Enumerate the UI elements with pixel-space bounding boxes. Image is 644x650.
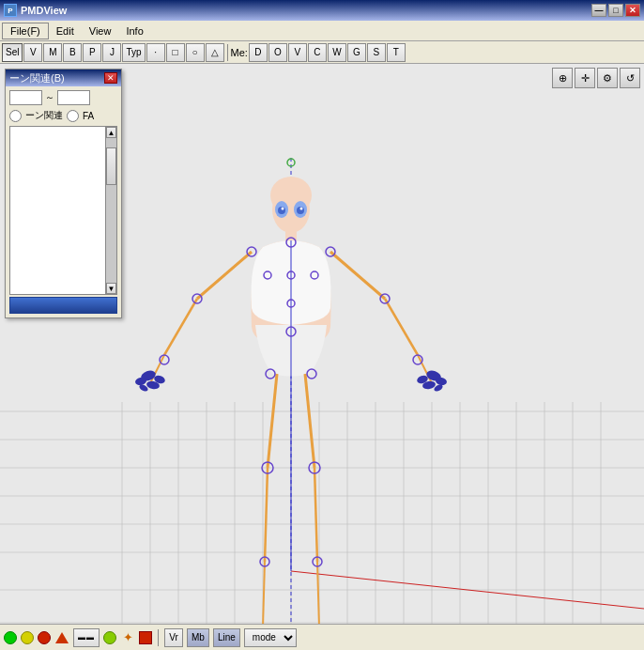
vr-button[interactable]: Vr (164, 628, 183, 647)
minimize-button[interactable]: — (591, 4, 606, 17)
scrollbar: ▲ ▼ (105, 127, 116, 294)
range-to-input[interactable] (57, 90, 90, 105)
title-bar: P PMDView — □ ✕ (0, 0, 644, 21)
svg-point-80 (282, 208, 284, 210)
listbox[interactable]: ▲ ▼ (9, 126, 117, 295)
radio-fa[interactable] (67, 110, 79, 122)
app-icon: P (4, 4, 17, 17)
menu-view[interactable]: View (82, 23, 119, 39)
float-panel-titlebar: ーン関連(B) ✕ (6, 70, 121, 86)
mode-dropdown[interactable]: mode (244, 628, 297, 647)
main-area: ⊕ ✛ ⚙ ↺ ーン関連(B) ✕ ～ ーン関連 FA (0, 64, 644, 624)
radio-group: ーン関連 FA (9, 109, 117, 122)
tool-o[interactable]: O (268, 43, 287, 62)
float-panel-bottom-bar[interactable] (9, 297, 117, 314)
svg-marker-82 (55, 632, 69, 643)
range-row: ～ (9, 90, 117, 105)
tool-typ[interactable]: Typ (122, 43, 145, 62)
status-triangle-orange[interactable] (54, 630, 69, 645)
me-label: Me: (231, 47, 248, 58)
status-separator-1 (158, 629, 159, 646)
line-button[interactable]: Line (213, 628, 240, 647)
vp-tool-1[interactable]: ⊕ (552, 68, 573, 88)
toolbar-separator (227, 44, 228, 61)
viewport-tools: ⊕ ✛ ⚙ ↺ (552, 68, 640, 88)
status-star-icon[interactable]: ✦ (120, 630, 135, 645)
status-bars-btn[interactable]: ▬▬ (73, 628, 100, 647)
tool-t[interactable]: T (387, 43, 406, 62)
listbox-inner (10, 127, 105, 294)
tool-sel[interactable]: Sel (2, 43, 23, 62)
toolbar: Sel V M B P J Typ · □ ○ △ Me: D O V C W … (0, 41, 644, 64)
status-circle-green[interactable] (4, 631, 17, 644)
range-from-input[interactable] (9, 90, 42, 105)
status-circle-green2[interactable] (103, 631, 116, 644)
tool-b[interactable]: B (63, 43, 82, 62)
range-separator: ～ (45, 91, 54, 104)
radio-fa-label: FA (83, 111, 94, 121)
vp-tool-4[interactable]: ↺ (620, 68, 640, 88)
tool-tri[interactable]: △ (206, 43, 224, 62)
vp-tool-3[interactable]: ⚙ (597, 68, 618, 88)
vp-tool-2[interactable]: ✛ (575, 68, 595, 88)
float-panel-body: ～ ーン関連 FA ▲ ▼ (6, 86, 121, 317)
status-circle-yellow[interactable] (21, 631, 34, 644)
maximize-button[interactable]: □ (608, 4, 623, 17)
menu-edit[interactable]: Edit (49, 23, 82, 39)
menu-info[interactable]: Info (118, 23, 150, 39)
scroll-thumb[interactable] (106, 147, 116, 185)
radio-bone-related[interactable] (9, 110, 22, 122)
tool-c[interactable]: C (308, 43, 327, 62)
svg-point-81 (300, 208, 303, 210)
status-circle-red[interactable] (38, 631, 51, 644)
tool-sq[interactable]: □ (166, 43, 185, 62)
menu-bar: File(F) Edit View Info (0, 21, 644, 41)
scroll-down-button[interactable]: ▼ (106, 283, 116, 294)
tool-d[interactable]: D (249, 43, 268, 62)
status-square-red[interactable] (139, 631, 152, 644)
status-bar: ▬▬ ✦ Vr Mb Line mode (0, 624, 644, 650)
float-panel-title-text: ーン関連(B) (9, 71, 65, 85)
app-title: PMDView (21, 5, 67, 16)
tool-dot[interactable]: · (146, 43, 165, 62)
float-panel: ーン関連(B) ✕ ～ ーン関連 FA ▲ (5, 69, 122, 318)
close-button[interactable]: ✕ (625, 4, 640, 17)
tool-j[interactable]: J (102, 43, 121, 62)
mb-button[interactable]: Mb (187, 628, 209, 647)
radio-bone-label: ーン関連 (25, 109, 63, 122)
tool-v2[interactable]: V (288, 43, 307, 62)
float-panel-close-button[interactable]: ✕ (104, 72, 117, 84)
tool-w[interactable]: W (328, 43, 346, 62)
scroll-track[interactable] (106, 138, 116, 283)
tool-circ[interactable]: ○ (186, 43, 205, 62)
tool-v[interactable]: V (23, 43, 42, 62)
tool-g[interactable]: G (347, 43, 366, 62)
scroll-up-button[interactable]: ▲ (106, 127, 116, 138)
tool-m[interactable]: M (43, 43, 62, 62)
tool-p[interactable]: P (83, 43, 101, 62)
tool-s[interactable]: S (367, 43, 386, 62)
menu-file[interactable]: File(F) (2, 23, 49, 39)
